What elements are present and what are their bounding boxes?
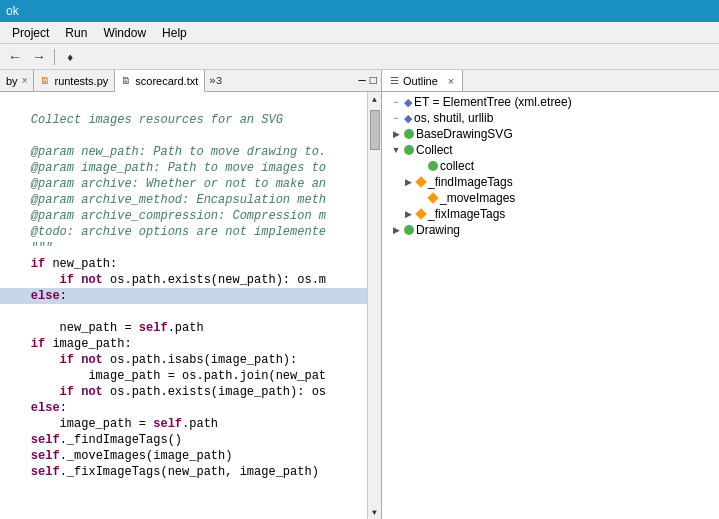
scroll-down-button[interactable]: ▼ xyxy=(368,505,382,519)
scroll-track[interactable] xyxy=(368,106,381,505)
et-badge-icon: ◆ xyxy=(404,96,412,109)
collect-expand-icon[interactable]: ▼ xyxy=(390,144,402,156)
et-text: ET = ElementTree (xml.etree) xyxy=(414,95,572,109)
outline-item-collect-method[interactable]: collect xyxy=(382,158,719,174)
menu-run[interactable]: Run xyxy=(57,24,95,42)
outline-tab-label: Outline xyxy=(403,75,438,87)
basedrawing-text: BaseDrawingSVG xyxy=(416,127,513,141)
fiximagetags-badge xyxy=(415,208,426,219)
menu-project[interactable]: Project xyxy=(4,24,57,42)
editor-scroll: Collect images resources for an SVG @par… xyxy=(0,92,381,519)
moveimages-expand xyxy=(414,192,426,204)
tab-by-label: by xyxy=(6,75,18,87)
basedrawing-expand-icon[interactable]: ▶ xyxy=(390,128,402,140)
code-area[interactable]: Collect images resources for an SVG @par… xyxy=(0,92,367,519)
outline-item-drawing[interactable]: ▶ Drawing xyxy=(382,222,719,238)
fiximagetags-text: _fixImageTags xyxy=(428,207,505,221)
outline-item-os[interactable]: − ◆ os, shutil, urllib xyxy=(382,110,719,126)
minimize-editor-button[interactable]: — xyxy=(359,74,366,88)
et-expand-icon[interactable]: − xyxy=(390,96,402,108)
back-button[interactable]: ← xyxy=(4,47,26,67)
outline-content: − ◆ ET = ElementTree (xml.etree) − ◆ os,… xyxy=(382,92,719,519)
collect-method-badge xyxy=(428,161,438,171)
tab-runtests-label: runtests.py xyxy=(54,75,108,87)
collect-method-text: collect xyxy=(440,159,474,173)
findimagetags-badge xyxy=(415,176,426,187)
scroll-thumb[interactable] xyxy=(370,110,380,150)
os-expand-icon[interactable]: − xyxy=(390,112,402,124)
runtests-py-icon: 🗎 xyxy=(40,75,50,86)
collect-text: Collect xyxy=(416,143,453,157)
tab-scorecard[interactable]: 🗎 scorecard.txt xyxy=(115,70,205,92)
tab-runtests[interactable]: 🗎 runtests.py xyxy=(34,70,115,91)
navigate-button[interactable]: ⬧ xyxy=(59,47,81,67)
tab-scorecard-label: scorecard.txt xyxy=(135,75,198,87)
collect-badge xyxy=(404,145,414,155)
menu-window[interactable]: Window xyxy=(95,24,154,42)
tab-by-close[interactable]: × xyxy=(22,75,28,86)
drawing-text: Drawing xyxy=(416,223,460,237)
findimagetags-text: _findImageTags xyxy=(428,175,513,189)
editor-scrollbar: ▲ ▼ xyxy=(367,92,381,519)
editor-tab-bar: by × 🗎 runtests.py 🗎 scorecard.txt »3 — … xyxy=(0,70,381,92)
os-text: os, shutil, urllib xyxy=(414,111,493,125)
tab-overflow[interactable]: »3 xyxy=(205,70,226,91)
maximize-editor-button[interactable]: □ xyxy=(370,74,377,88)
outline-item-fiximagetags[interactable]: ▶ _fixImageTags xyxy=(382,206,719,222)
moveimages-badge xyxy=(427,192,438,203)
outline-panel: ☰ Outline × − ◆ ET = ElementTree (xml.et… xyxy=(382,70,719,519)
outline-item-findimagetags[interactable]: ▶ _findImageTags xyxy=(382,174,719,190)
toolbar-separator xyxy=(54,49,55,65)
toolbar: ← → ⬧ xyxy=(0,44,719,70)
outline-item-moveimages[interactable]: _moveImages xyxy=(382,190,719,206)
outline-item-collect[interactable]: ▼ Collect xyxy=(382,142,719,158)
scorecard-txt-icon: 🗎 xyxy=(121,75,131,86)
tab-by[interactable]: by × xyxy=(0,70,34,91)
tab-outline[interactable]: ☰ Outline × xyxy=(382,70,463,91)
basedrawing-badge xyxy=(404,129,414,139)
fiximagetags-expand-icon[interactable]: ▶ xyxy=(402,208,414,220)
outline-tab-bar: ☰ Outline × xyxy=(382,70,719,92)
forward-button[interactable]: → xyxy=(28,47,50,67)
outline-item-et[interactable]: − ◆ ET = ElementTree (xml.etree) xyxy=(382,94,719,110)
outline-item-basedrawing[interactable]: ▶ BaseDrawingSVG xyxy=(382,126,719,142)
titlebar-text: ok xyxy=(6,4,19,18)
menu-help[interactable]: Help xyxy=(154,24,195,42)
titlebar: ok xyxy=(0,0,719,22)
menubar: Project Run Window Help xyxy=(0,22,719,44)
drawing-expand-icon[interactable]: ▶ xyxy=(390,224,402,236)
moveimages-text: _moveImages xyxy=(440,191,515,205)
os-badge-icon: ◆ xyxy=(404,112,412,125)
outline-tab-icon: ☰ xyxy=(390,75,399,86)
editor-panel: by × 🗎 runtests.py 🗎 scorecard.txt »3 — … xyxy=(0,70,382,519)
scroll-up-button[interactable]: ▲ xyxy=(368,92,382,106)
outline-tab-close[interactable]: × xyxy=(448,75,454,87)
main-area: by × 🗎 runtests.py 🗎 scorecard.txt »3 — … xyxy=(0,70,719,519)
drawing-badge xyxy=(404,225,414,235)
collect-method-expand xyxy=(414,160,426,172)
findimagetags-expand-icon[interactable]: ▶ xyxy=(402,176,414,188)
